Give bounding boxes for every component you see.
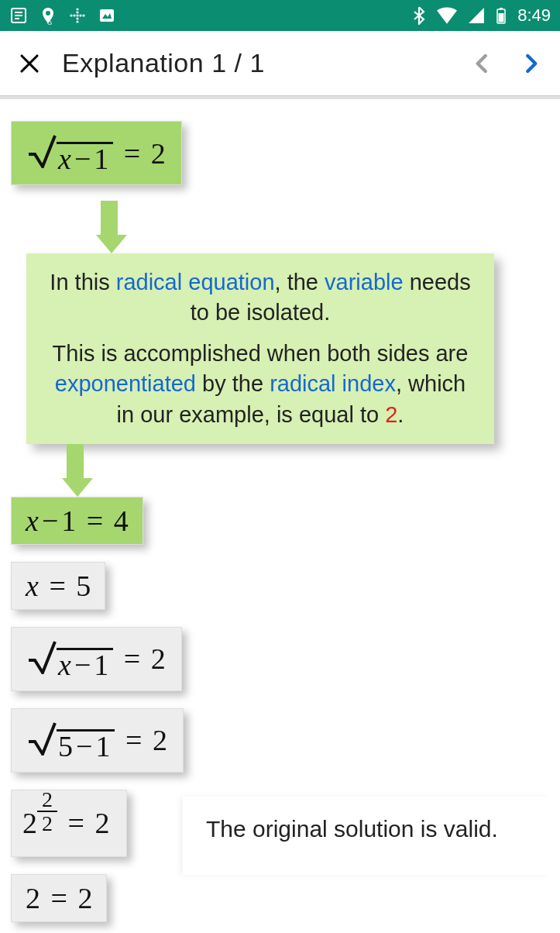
equation-step-3[interactable]: x = 5: [11, 562, 105, 610]
svg-point-4: [46, 11, 50, 15]
status-time: 8:49: [517, 5, 551, 26]
equation-step-5[interactable]: 5−1 = 2: [11, 708, 184, 773]
battery-icon: [496, 7, 507, 24]
arrow-down-icon: [62, 444, 88, 497]
equation-step-6[interactable]: 222 = 2: [11, 790, 127, 857]
plus-grid-icon: [68, 6, 87, 25]
sqrt-icon: [27, 718, 58, 763]
svg-rect-20: [499, 13, 504, 22]
svg-marker-17: [469, 8, 484, 23]
equation-step-1[interactable]: x−1 = 2: [11, 121, 182, 185]
link-exponentiated[interactable]: exponentiated: [55, 371, 196, 396]
svg-text:G: G: [47, 19, 52, 25]
explanation-box[interactable]: In this radical equation, the variable n…: [26, 253, 494, 444]
page-title: Explanation 1 / 1: [62, 48, 450, 78]
close-button[interactable]: [14, 48, 45, 79]
solution-valid-text: The original solution is valid.: [206, 816, 498, 842]
status-left-icons: G: [9, 6, 116, 25]
notification-list-icon: [9, 6, 28, 25]
svg-point-8: [76, 14, 78, 16]
svg-rect-15: [100, 9, 114, 22]
equation-step-4[interactable]: x−1 = 2: [11, 627, 182, 691]
equation-step-7[interactable]: 2 = 2: [11, 874, 107, 922]
sqrt-icon: [27, 637, 58, 681]
sqrt-icon: [27, 131, 58, 175]
svg-point-7: [76, 11, 78, 13]
app-toolbar: Explanation 1 / 1: [0, 31, 560, 96]
arrow-down-icon: [96, 201, 122, 253]
status-right-icons: 8:49: [412, 5, 551, 26]
link-radical-index[interactable]: radical index: [270, 371, 396, 396]
equation-step-2[interactable]: x−1 = 4: [11, 497, 143, 545]
prev-button[interactable]: [467, 48, 498, 79]
svg-point-14: [82, 14, 84, 16]
svg-point-11: [70, 14, 72, 16]
wifi-icon: [437, 7, 457, 24]
svg-point-9: [76, 17, 78, 19]
explanation-content: x−1 = 2 In this radical equation, the va…: [0, 99, 560, 933]
photo-notification-icon: [98, 6, 116, 25]
link-variable[interactable]: variable: [325, 270, 404, 294]
red-value: 2: [385, 402, 397, 427]
next-button[interactable]: [515, 48, 546, 79]
link-radical-equation[interactable]: radical equation: [116, 270, 275, 294]
cell-signal-icon: [468, 7, 485, 24]
maps-notification-icon: G: [39, 6, 57, 25]
solution-valid-box[interactable]: The original solution is valid.: [183, 797, 550, 875]
android-status-bar: G 8:49: [0, 0, 560, 31]
svg-rect-19: [500, 8, 503, 9]
bluetooth-icon: [412, 6, 426, 25]
svg-point-13: [79, 14, 81, 16]
svg-point-6: [76, 8, 78, 10]
svg-point-10: [76, 20, 78, 22]
variable-x: x: [58, 143, 71, 175]
svg-point-12: [73, 14, 75, 16]
